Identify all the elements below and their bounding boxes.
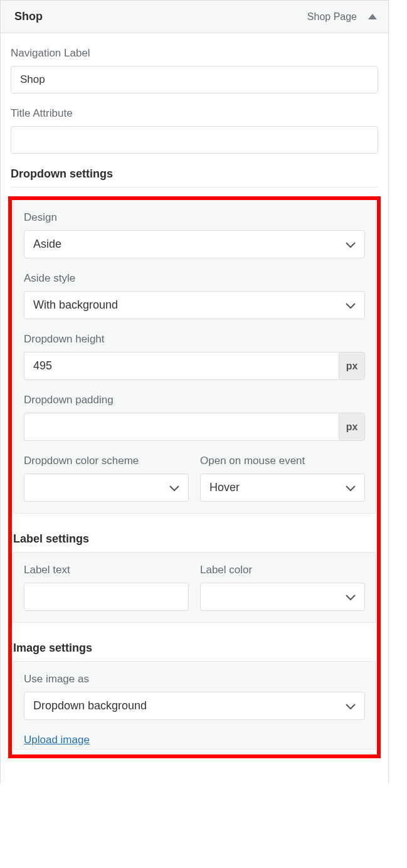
dropdown-height-input[interactable] [24, 352, 339, 380]
px-unit-label: px [339, 352, 365, 380]
px-unit-label: px [339, 413, 365, 441]
aside-style-label: Aside style [24, 272, 365, 285]
collapse-up-icon [368, 14, 377, 19]
open-event-label: Open on mouse event [200, 455, 365, 467]
menu-item-title: Shop [14, 10, 43, 23]
image-settings-heading: Image settings [13, 642, 376, 662]
label-color-label: Label color [200, 564, 365, 576]
dropdown-height-label: Dropdown height [24, 333, 365, 346]
label-text-label: Label text [24, 564, 189, 576]
use-image-as-select[interactable]: Dropdown background [24, 692, 365, 720]
label-settings-heading: Label settings [13, 532, 376, 553]
navigation-label-label: Navigation Label [11, 47, 378, 60]
upload-image-link[interactable]: Upload image [24, 734, 90, 746]
design-select[interactable]: Aside [24, 230, 365, 258]
label-color-select[interactable] [200, 583, 365, 611]
label-settings-panel: Label text Label color [13, 553, 376, 623]
design-label: Design [24, 211, 365, 224]
menu-item-type: Shop Page [307, 11, 357, 23]
open-event-select[interactable]: Hover [200, 474, 365, 502]
navigation-label-input[interactable] [11, 66, 378, 93]
dropdown-padding-input[interactable] [24, 413, 339, 441]
image-settings-panel: Use image as Dropdown background Upload … [13, 662, 376, 749]
title-attribute-label: Title Attribute [11, 107, 378, 120]
dropdown-settings-heading: Dropdown settings [11, 167, 378, 188]
dropdown-padding-label: Dropdown padding [24, 394, 365, 406]
title-attribute-input[interactable] [11, 126, 378, 154]
color-scheme-select[interactable] [24, 474, 189, 502]
label-text-input[interactable] [24, 583, 189, 611]
use-image-as-label: Use image as [24, 673, 365, 685]
menu-item-header[interactable]: Shop Shop Page [1, 0, 388, 33]
aside-style-select[interactable]: With background [24, 291, 365, 319]
highlight-box: Design Aside Aside style With background [8, 196, 381, 758]
color-scheme-label: Dropdown color scheme [24, 455, 189, 467]
dropdown-settings-panel: Design Aside Aside style With background [13, 200, 376, 514]
